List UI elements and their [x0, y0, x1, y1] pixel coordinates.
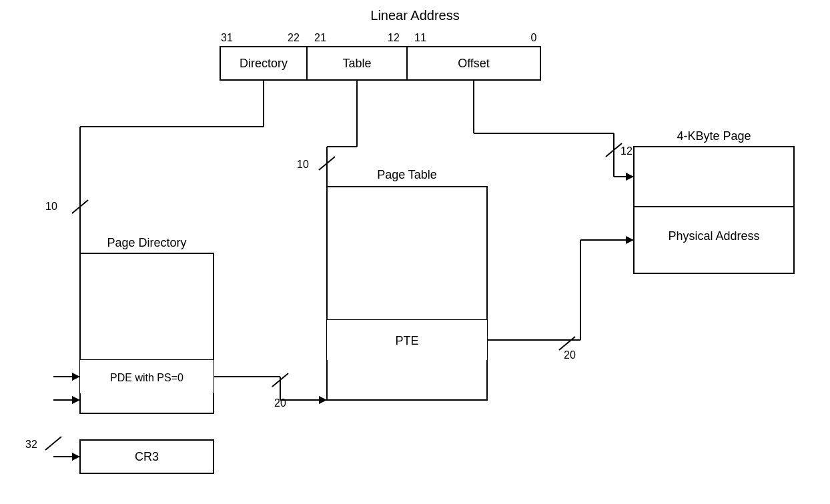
- pde-label: PDE with PS=0: [110, 372, 183, 383]
- bits-10-table: 10: [297, 159, 309, 170]
- bits-20-pte: 20: [564, 349, 576, 361]
- physical-address-label: Physical Address: [668, 229, 759, 243]
- offset-label: Offset: [458, 57, 490, 70]
- page-4k-title: 4-KByte Page: [677, 129, 751, 143]
- bit-0: 0: [531, 32, 537, 43]
- pt-arrowhead: [319, 396, 327, 404]
- bits-32-cr3: 32: [25, 439, 37, 450]
- slash-pte-20: [559, 337, 575, 350]
- page-directory-title: Page Directory: [107, 236, 186, 249]
- page-table-box: [327, 187, 487, 400]
- bit-11: 11: [414, 32, 426, 43]
- table-label: Table: [342, 57, 371, 70]
- phys-arrowhead: [626, 236, 634, 244]
- slash-cr3: [45, 437, 61, 450]
- bit-31: 31: [221, 32, 233, 43]
- bit-22: 22: [288, 32, 300, 43]
- offset-arrowhead: [626, 173, 634, 181]
- directory-label: Directory: [240, 57, 288, 70]
- pte-label: PTE: [395, 334, 418, 347]
- bits-12-offset: 12: [620, 145, 633, 157]
- cr3-arrowhead: [72, 453, 80, 461]
- diagram-svg: Linear Address 31 22 21 12 11 0 Director…: [0, 0, 830, 504]
- linear-address-title: Linear Address: [370, 8, 459, 23]
- page-table-title: Page Table: [377, 168, 437, 181]
- bits-20-pde: 20: [274, 397, 286, 409]
- pde-arrowhead: [72, 373, 80, 381]
- bit-12: 12: [388, 32, 400, 43]
- bit-21: 21: [314, 32, 326, 43]
- cr3-label: CR3: [135, 450, 159, 463]
- bits-10-dir: 10: [45, 201, 57, 212]
- page-4k-box: [634, 147, 794, 273]
- pde-arrowhead2: [72, 396, 80, 404]
